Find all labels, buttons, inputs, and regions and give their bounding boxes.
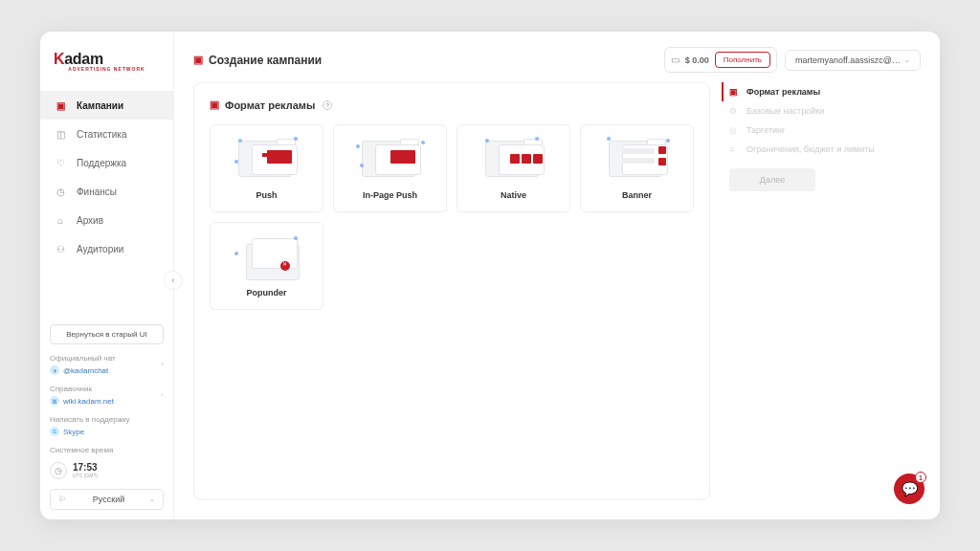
nav-label: Архив <box>77 215 103 226</box>
step-limits: ≡ Ограничения, бюджет и лимиты <box>729 140 921 159</box>
user-menu[interactable]: martemyanoff.aassiszc@… ⌄ <box>785 50 921 71</box>
folder-icon: ▣ <box>193 54 203 66</box>
format-grid: Push In-Page Push <box>210 124 694 310</box>
user-email: martemyanoff.aassiszc@… <box>795 55 901 65</box>
reference-block[interactable]: Справочник ⌘ wiki.kadam.net › <box>50 385 164 406</box>
official-chat-block[interactable]: Официальный чат ✈ @kadamchat › <box>50 354 164 375</box>
people-icon: ⚇ <box>54 242 67 255</box>
chevron-down-icon: ⌄ <box>904 56 910 64</box>
app-window: Kadam ADVERTISING NETWORK ▣ Кампании ◫ С… <box>40 32 940 519</box>
gear-icon: ⚙ <box>729 106 741 116</box>
balance-box: ▭ $ 0.00 Пополнить <box>664 47 777 73</box>
format-illustration <box>233 135 301 183</box>
wallet-icon: ▭ <box>671 55 679 65</box>
format-label: Push <box>256 190 277 200</box>
page-title-text: Создание кампании <box>209 54 322 67</box>
sidebar: Kadam ADVERTISING NETWORK ▣ Кампании ◫ С… <box>40 32 174 519</box>
nav-label: Кампании <box>77 100 123 111</box>
topup-button[interactable]: Пополнить <box>715 52 770 68</box>
chart-icon: ◫ <box>54 127 67 141</box>
link-icon: ⌘ <box>50 396 59 406</box>
system-time-value: 17:53 <box>73 463 98 473</box>
old-ui-button[interactable]: Вернуться в старый UI <box>50 324 164 344</box>
format-illustration <box>603 135 672 183</box>
nav-label: Финансы <box>77 187 117 197</box>
step-label: Ограничения, бюджет и лимиты <box>746 144 875 154</box>
nav-label: Статистика <box>77 129 127 140</box>
language-selector[interactable]: ⚐ Русский ⌄ <box>50 489 164 510</box>
format-label: In-Page Push <box>363 190 417 200</box>
chevron-down-icon: ⌄ <box>149 496 155 503</box>
chat-badge: 1 <box>915 472 926 483</box>
format-card-native[interactable]: Native <box>457 124 570 212</box>
nav-label: Поддержка <box>77 158 126 168</box>
clock-icon: ◷ <box>54 185 67 198</box>
system-time-block: Системное время ◷ 17:53 UTC (GMT) <box>50 446 164 479</box>
format-card-popunder[interactable]: Popunder <box>210 222 323 310</box>
panel-title: ▣ Формат рекламы ? <box>210 99 694 111</box>
clock-icon: ◷ <box>50 462 67 479</box>
system-time-tz: UTC (GMT) <box>73 473 98 478</box>
folder-icon: ▣ <box>54 99 67 112</box>
format-panel: ▣ Формат рекламы ? Push <box>193 82 710 500</box>
support-title: Написать в поддержку <box>50 415 164 424</box>
format-label: Banner <box>622 190 652 200</box>
step-targeting: ◎ Таргетинг <box>729 121 921 140</box>
nav-item-support[interactable]: ♡ Поддержка <box>40 148 173 177</box>
page-title: ▣ Создание кампании <box>193 54 322 67</box>
sidebar-nav: ▣ Кампании ◫ Статистика ♡ Поддержка ◷ Фи… <box>40 91 173 263</box>
support-link: Skype <box>63 428 84 436</box>
target-icon: ◎ <box>729 125 741 135</box>
step-label: Таргетинг <box>746 125 785 135</box>
steps-sidebar: ▣ Формат рекламы ⚙ Базовые настройки ◎ Т… <box>729 82 921 500</box>
chat-widget-button[interactable]: 💬 1 <box>894 474 924 504</box>
brand-tagline: ADVERTISING NETWORK <box>54 66 160 72</box>
chevron-right-icon: › <box>161 390 164 399</box>
skype-icon: S <box>50 427 59 436</box>
format-illustration <box>479 135 548 183</box>
limits-icon: ≡ <box>729 144 741 154</box>
nav-item-campaigns[interactable]: ▣ Кампании <box>40 91 173 120</box>
telegram-icon: ✈ <box>50 365 59 375</box>
folder-icon: ▣ <box>729 87 741 97</box>
next-button[interactable]: Далее <box>729 168 815 191</box>
chat-icon: 💬 <box>902 481 918 496</box>
chevron-right-icon: › <box>161 360 164 368</box>
content: ▣ Формат рекламы ? Push <box>174 82 940 519</box>
format-card-push[interactable]: Push <box>210 124 323 212</box>
heart-icon: ♡ <box>54 156 67 169</box>
support-block[interactable]: Написать в поддержку S Skype <box>50 415 164 436</box>
format-illustration <box>356 135 425 183</box>
format-illustration <box>233 232 301 280</box>
step-label: Базовые настройки <box>746 106 824 116</box>
system-time-title: Системное время <box>50 446 164 454</box>
sidebar-bottom: Вернуться в старый UI Официальный чат ✈ … <box>40 324 173 510</box>
archive-icon: ⌂ <box>54 213 67 227</box>
nav-label: Аудитории <box>77 244 123 254</box>
format-card-banner[interactable]: Banner <box>580 124 694 212</box>
reference-title: Справочник <box>50 385 164 393</box>
topbar: ▣ Создание кампании ▭ $ 0.00 Пополнить m… <box>174 32 940 82</box>
step-basic-settings: ⚙ Базовые настройки <box>729 101 921 121</box>
nav-item-archive[interactable]: ⌂ Архив <box>40 206 173 234</box>
nav-item-finance[interactable]: ◷ Финансы <box>40 177 173 206</box>
brand-logo: Kadam ADVERTISING NETWORK <box>40 51 173 91</box>
step-format[interactable]: ▣ Формат рекламы <box>722 82 921 101</box>
balance-value: $ 0.00 <box>685 55 709 65</box>
reference-link: wiki.kadam.net <box>63 397 114 406</box>
globe-icon: ⚐ <box>58 495 68 504</box>
folder-icon: ▣ <box>210 99 219 111</box>
format-label: Popunder <box>247 288 287 298</box>
language-label: Русский <box>93 495 124 504</box>
main: ▣ Создание кампании ▭ $ 0.00 Пополнить m… <box>174 32 940 519</box>
panel-title-text: Формат рекламы <box>225 99 315 111</box>
format-label: Native <box>501 190 526 200</box>
nav-item-audiences[interactable]: ⚇ Аудитории <box>40 234 173 263</box>
step-label: Формат рекламы <box>746 87 820 97</box>
official-chat-link: @kadamchat <box>63 366 108 375</box>
nav-item-statistics[interactable]: ◫ Статистика <box>40 120 173 148</box>
official-chat-title: Официальный чат <box>50 354 164 363</box>
sidebar-collapse-button[interactable]: ‹ <box>164 271 183 290</box>
format-card-inpage-push[interactable]: In-Page Push <box>333 124 447 212</box>
info-icon[interactable]: ? <box>323 100 332 110</box>
